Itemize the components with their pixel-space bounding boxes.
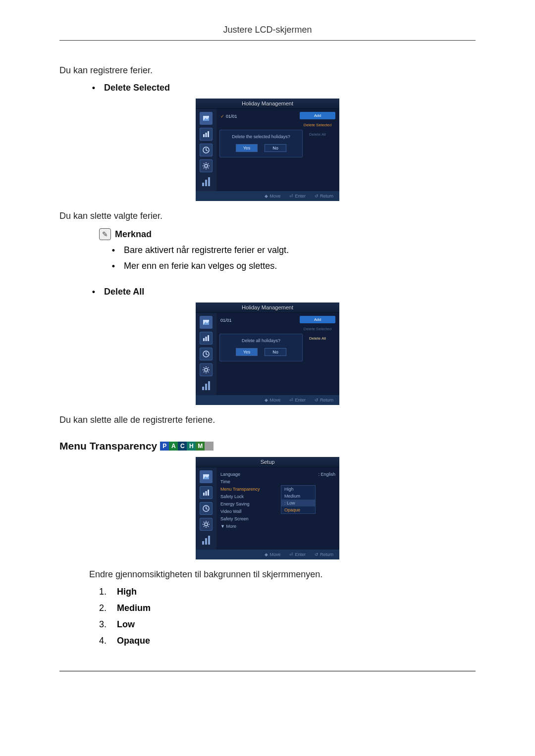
yes-button[interactable]: Yes: [236, 348, 258, 356]
note-row: ✎ Merknad: [99, 228, 476, 240]
option-high[interactable]: High: [281, 486, 315, 493]
footer-move-label: Move: [269, 194, 280, 199]
delete-selected-after: Du kan slette valgte ferier.: [59, 211, 476, 221]
option-low[interactable]: : Low: [281, 500, 315, 506]
list-label: Medium: [117, 603, 151, 613]
no-button[interactable]: No: [265, 144, 286, 152]
setup-row-safety-lock[interactable]: Safety Lock: [219, 494, 336, 500]
svg-point-20: [205, 523, 208, 526]
footer-return: ↺ Return: [315, 552, 333, 557]
no-button[interactable]: No: [265, 348, 286, 356]
osd-action-delete-all[interactable]: Delete All: [300, 131, 335, 138]
picture-icon: [200, 316, 213, 329]
osd-confirm-dialog: Delete the selected holidays? Yes No: [219, 130, 303, 157]
list-number: 2.: [99, 603, 110, 613]
footer-return-label: Return: [320, 552, 333, 557]
row-label: Language: [220, 472, 240, 477]
osd-action-add[interactable]: Add: [300, 112, 335, 119]
footer-enter: ⏎ Enter: [289, 552, 306, 557]
note-bullet-1-text: Bare aktivert når registrerte ferier er …: [124, 245, 289, 255]
svg-rect-16: [203, 493, 205, 496]
osd-action-delete-selected[interactable]: Delete Selected: [300, 121, 335, 129]
setup-row-menu-transparency[interactable]: Menu Transparency: [219, 486, 336, 492]
note-label: Merknad: [115, 229, 152, 240]
note-bullet-2: • Mer enn en ferie kan velges og slettes…: [109, 261, 476, 272]
footer-enter-label: Enter: [295, 194, 306, 199]
clock-icon: [200, 144, 213, 156]
footer-return: ↺ Return: [315, 398, 333, 403]
osd-main: Language : English Time Menu Transparenc…: [216, 467, 339, 550]
gear-icon: [200, 159, 213, 172]
list-label: Opaque: [117, 636, 150, 646]
osd-title: Holiday Management: [196, 302, 339, 313]
osd-action-list: Add Delete Selected Delete All: [300, 112, 335, 138]
osd-main: ✓ 01/01 Add Delete Selected Delete All D…: [216, 109, 339, 191]
check-icon: ✓: [220, 114, 224, 119]
note-bullet-2-text: Mer enn en ferie kan velges og slettes.: [124, 261, 277, 271]
svg-rect-4: [208, 131, 209, 137]
osd-action-delete-all[interactable]: Delete All: [300, 335, 335, 342]
bars-icon: [200, 175, 213, 188]
svg-point-6: [205, 164, 208, 167]
osd-sidebar: [196, 467, 216, 550]
list-number: 1.: [99, 587, 110, 597]
osd-action-delete-selected[interactable]: Delete Selected: [300, 325, 335, 333]
osd-footer: ◆ Move ⏎ Enter ↺ Return: [196, 191, 339, 201]
setup-row-video-wall[interactable]: Video Wall: [219, 508, 336, 514]
note-icon: ✎: [99, 228, 111, 240]
option-medium[interactable]: Medium: [281, 493, 315, 500]
menu-transparency-after: Endre gjennomsiktigheten til bakgrunnen …: [89, 569, 476, 580]
page: Justere LCD-skjermen Du kan registrere f…: [0, 0, 535, 701]
svg-rect-9: [203, 338, 205, 341]
footer-enter: ⏎ Enter: [289, 398, 306, 403]
footer-move: ◆ Move: [265, 398, 280, 403]
osd-sidebar: [196, 313, 216, 395]
clock-icon: [200, 502, 213, 515]
list-item-opaque: 4. Opaque: [99, 636, 476, 646]
bars-icon: [200, 379, 213, 392]
osd-action-add[interactable]: Add: [300, 316, 335, 323]
list-item-high: 1. High: [99, 587, 476, 597]
bullet-dot-icon: •: [109, 245, 118, 256]
bullet-dot-icon: •: [89, 287, 98, 298]
picture-icon: [200, 112, 213, 125]
chart-icon: [200, 332, 213, 345]
footer-move: ◆ Move: [265, 194, 280, 199]
osd-dialog-buttons: Yes No: [224, 144, 298, 152]
footer-enter-label: Enter: [295, 398, 306, 403]
osd-body: 01/01 Add Delete Selected Delete All Del…: [196, 313, 339, 395]
mode-tags: P A C H M: [160, 442, 214, 451]
osd-confirm-dialog: Delete all holidays? Yes No: [219, 334, 303, 361]
footer-move-label: Move: [269, 552, 280, 557]
setup-row-safety-screen[interactable]: Safety Screen: [219, 516, 336, 522]
row-label: Safety Lock: [220, 494, 244, 499]
setup-row-energy-saving[interactable]: Energy Saving: [219, 501, 336, 507]
yes-button[interactable]: Yes: [236, 144, 258, 152]
osd-setup-wrap: Setup: [59, 457, 476, 559]
page-title: Justere LCD-skjermen: [59, 25, 476, 41]
setup-row-language[interactable]: Language : English: [219, 471, 336, 477]
clock-icon: [200, 348, 213, 360]
gear-icon: [200, 363, 213, 376]
osd-delete-selected: Holiday Management: [196, 99, 339, 201]
intro-text: Du kan registrere ferier.: [59, 65, 476, 76]
osd-title: Holiday Management: [196, 99, 339, 109]
setup-row-more[interactable]: ▼ More: [219, 523, 336, 529]
bullet-dot-icon: •: [109, 261, 118, 272]
osd-setup: Setup: [196, 457, 339, 559]
row-label: Menu Transparency: [220, 487, 260, 492]
list-item-medium: 2. Medium: [99, 603, 476, 613]
tag-a: A: [169, 442, 178, 451]
osd-dialog-question: Delete all holidays?: [224, 338, 298, 343]
row-value: : English: [318, 472, 335, 477]
setup-row-time[interactable]: Time: [219, 479, 336, 485]
osd-title: Setup: [196, 457, 339, 467]
option-opaque[interactable]: Opaque: [281, 506, 315, 513]
footer-move-label: Move: [269, 398, 280, 403]
row-label: ▼ More: [220, 524, 236, 529]
svg-rect-18: [208, 490, 209, 496]
tag-p: P: [160, 442, 169, 451]
tag-c: C: [178, 442, 187, 451]
osd-footer: ◆ Move ⏎ Enter ↺ Return: [196, 550, 339, 559]
osd-footer: ◆ Move ⏎ Enter ↺ Return: [196, 395, 339, 405]
